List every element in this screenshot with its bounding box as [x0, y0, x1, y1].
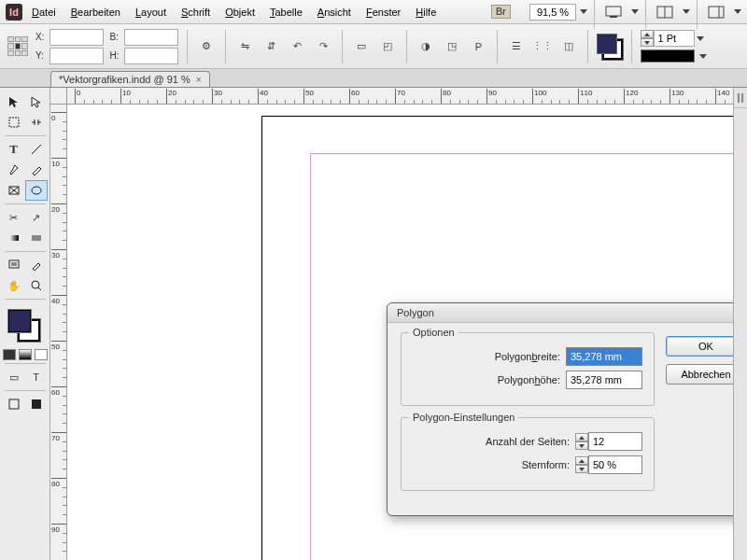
panel-dock[interactable] — [733, 88, 747, 560]
ok-button[interactable]: OK — [666, 336, 733, 357]
type-tool[interactable]: T — [3, 139, 25, 160]
reference-point[interactable] — [6, 35, 30, 59]
close-icon[interactable]: × — [196, 75, 202, 85]
pencil-tool[interactable] — [25, 160, 48, 180]
ruler-vertical[interactable]: 0102030405060708090100110120 — [50, 105, 67, 560]
pathfinder-icon[interactable]: ◫ — [558, 37, 579, 56]
star-input[interactable]: 50 % — [588, 455, 642, 474]
polygon-settings-legend: Polygon-Einstellungen — [409, 412, 518, 423]
y-input[interactable] — [49, 48, 104, 64]
bridge-badge[interactable]: Br — [491, 5, 511, 19]
corner-icon[interactable]: ◳ — [442, 37, 462, 56]
w-input[interactable] — [124, 29, 178, 46]
screen-mode-icon[interactable] — [601, 3, 626, 21]
app-icon: Id — [6, 4, 22, 21]
scissors-tool[interactable]: ✂ — [3, 207, 25, 228]
svg-line-18 — [38, 287, 41, 290]
menu-schrift[interactable]: Schrift — [176, 4, 216, 21]
svg-rect-14 — [9, 260, 19, 268]
sides-input[interactable]: 12 — [588, 432, 642, 451]
flip-v-icon[interactable]: ⇵ — [261, 37, 281, 56]
apply-none-icon[interactable] — [35, 349, 48, 360]
document-tab[interactable]: *Vektorgrafiken.indd @ 91 % × — [50, 71, 210, 87]
polygon-width-label: Polygonbreite: — [495, 351, 560, 362]
effects-icon[interactable]: ◑ — [416, 37, 436, 56]
page-tool[interactable] — [3, 112, 25, 133]
ruler-horizontal[interactable]: 0102030405060708090100110120130140 — [67, 88, 733, 105]
star-spinner[interactable] — [575, 456, 588, 473]
svg-rect-12 — [9, 235, 19, 241]
gap-tool[interactable] — [25, 112, 48, 133]
flip-h-icon[interactable]: ⇋ — [234, 37, 255, 56]
x-input[interactable] — [49, 29, 104, 46]
tab-title: *Vektorgrafiken.indd @ 91 % — [59, 74, 190, 85]
workspace-icon[interactable] — [704, 3, 728, 21]
sides-spinner[interactable] — [575, 433, 588, 450]
line-tool[interactable] — [25, 139, 48, 160]
menu-objekt[interactable]: Objekt — [219, 4, 261, 21]
canvas[interactable]: 0102030405060708090100110120130140 01020… — [50, 88, 733, 560]
chevron-down-icon[interactable] — [734, 9, 741, 14]
zoom-value[interactable]: 91,5 % — [529, 4, 576, 21]
ruler-origin[interactable] — [50, 88, 67, 105]
polygon-width-input[interactable]: 35,278 mm — [566, 347, 642, 366]
chevron-down-icon[interactable] — [631, 9, 639, 14]
menu-tabelle[interactable]: Tabelle — [264, 4, 308, 21]
apply-color-icon[interactable] — [3, 349, 16, 360]
gradient-tool[interactable] — [3, 228, 25, 248]
w-label: B: — [109, 32, 119, 42]
ellipse-tool[interactable] — [25, 180, 48, 201]
zoom-tool[interactable] — [25, 275, 48, 296]
control-bar: X: B: Y: H: ⚙ ⇋ ⇵ ↶ ↷ ▭ ◰ ◑ ◳ P ☰ ⋮⋮ ◫ 1… — [0, 24, 747, 69]
align-icon[interactable]: ☰ — [506, 37, 527, 56]
hand-tool[interactable]: ✋ — [3, 275, 25, 296]
stroke-style-preview[interactable] — [641, 49, 695, 63]
constrain-icon[interactable]: ⚙ — [196, 37, 217, 56]
h-input[interactable] — [124, 48, 178, 64]
arrange-icon[interactable] — [653, 3, 677, 21]
menu-layout[interactable]: Layout — [130, 4, 172, 21]
apply-gradient-icon[interactable] — [19, 349, 32, 360]
rotate-ccw-icon[interactable]: ↶ — [287, 37, 307, 56]
menu-hilfe[interactable]: Hilfe — [410, 4, 442, 21]
polygon-height-input[interactable]: 35,278 mm — [566, 371, 642, 389]
fill-stroke-swatch[interactable] — [597, 34, 623, 60]
rotate-cw-icon[interactable]: ↷ — [313, 37, 333, 56]
normal-view-icon[interactable] — [3, 394, 25, 414]
stroke-weight-spinner[interactable] — [641, 30, 654, 47]
chevron-down-icon[interactable] — [699, 54, 707, 59]
direct-selection-tool[interactable] — [25, 91, 48, 112]
chevron-down-icon[interactable] — [697, 36, 704, 41]
svg-rect-0 — [606, 7, 621, 16]
wrap-p-icon[interactable]: P — [468, 37, 488, 56]
polygon-height-label: Polygonhöhe: — [498, 374, 560, 385]
h-label: H: — [109, 50, 119, 61]
text-format-icon[interactable]: T — [25, 367, 48, 387]
distribute-icon[interactable]: ⋮⋮ — [532, 37, 553, 56]
select-container-icon[interactable]: ▭ — [351, 37, 372, 56]
pen-tool[interactable] — [3, 160, 25, 180]
gradient-feather-tool[interactable] — [25, 228, 48, 248]
chevron-down-icon[interactable] — [683, 9, 690, 14]
transform-tool[interactable]: ↗ — [25, 207, 48, 228]
toolbox: T ✂ ↗ ✋ — [0, 88, 50, 560]
menu-ansicht[interactable]: Ansicht — [312, 4, 357, 21]
eyedropper-tool[interactable] — [25, 255, 48, 275]
rectangle-frame-tool[interactable] — [3, 180, 25, 201]
menu-bearbeiten[interactable]: Bearbeiten — [65, 4, 126, 21]
select-content-icon[interactable]: ◰ — [377, 37, 398, 56]
note-tool[interactable] — [3, 255, 25, 275]
fill-stroke-toolbox[interactable] — [7, 308, 44, 345]
preview-view-icon[interactable] — [25, 394, 48, 414]
svg-rect-19 — [9, 399, 19, 409]
selection-tool[interactable] — [3, 91, 25, 112]
container-format-icon[interactable]: ▭ — [3, 367, 25, 387]
svg-point-17 — [32, 281, 39, 288]
cancel-button[interactable]: Abbrechen — [666, 364, 733, 385]
chevron-down-icon[interactable] — [580, 9, 587, 14]
menu-fenster[interactable]: Fenster — [360, 4, 406, 21]
svg-rect-4 — [709, 7, 724, 18]
menu-datei[interactable]: DDateiatei — [26, 4, 62, 21]
stroke-weight-input[interactable]: 1 Pt — [654, 30, 695, 47]
zoom-level[interactable]: 91,5 % — [529, 4, 587, 21]
